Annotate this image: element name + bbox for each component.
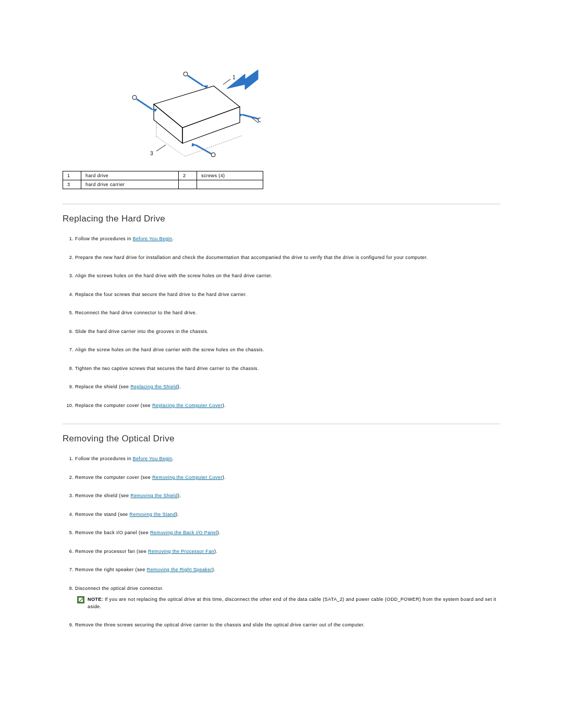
- step: Disconnect the optical drive connector. …: [75, 585, 500, 611]
- link-replacing-the-computer-cover[interactable]: Replacing the Computer Cover: [152, 403, 223, 408]
- direction-arrow-icon: [227, 70, 258, 90]
- step: Follow the procedures in Before You Begi…: [75, 455, 500, 463]
- svg-line-6: [137, 99, 152, 109]
- section-heading-removing-optical-drive: Removing the Optical Drive: [63, 434, 500, 444]
- step: Remove the processor fan (see Removing t…: [75, 548, 500, 556]
- svg-line-14: [156, 145, 166, 151]
- svg-point-7: [132, 95, 137, 100]
- table-cell: [197, 180, 263, 189]
- step: Reconnect the hard drive connector to th…: [75, 310, 500, 317]
- link-removing-the-shield[interactable]: Removing the Shield: [130, 493, 178, 498]
- svg-line-10: [195, 145, 211, 154]
- svg-line-12: [223, 79, 230, 84]
- link-before-you-begin[interactable]: Before You Begin: [133, 456, 173, 461]
- divider: [63, 204, 500, 204]
- table-cell: 3: [63, 180, 81, 189]
- step: Replace the four screws that secure the …: [75, 291, 500, 299]
- step: Tighten the two captive screws that secu…: [75, 365, 500, 373]
- step: Replace the computer cover (see Replacin…: [75, 402, 500, 410]
- step: Remove the computer cover (see Removing …: [75, 474, 500, 482]
- svg-marker-0: [154, 86, 240, 128]
- steps-replacing-hard-drive: Follow the procedures in Before You Begi…: [75, 236, 500, 409]
- link-removing-the-stand[interactable]: Removing the Stand: [129, 512, 176, 517]
- callout-3: 3: [150, 151, 153, 156]
- note-box: NOTE: If you are not replacing the optic…: [77, 596, 500, 610]
- svg-marker-1: [154, 104, 182, 143]
- link-replacing-the-shield[interactable]: Replacing the Shield: [130, 384, 178, 389]
- section-heading-replacing-hard-drive: Replacing the Hard Drive: [63, 214, 500, 224]
- table-cell: 1: [63, 171, 81, 180]
- step: Remove the stand (see Removing the Stand…: [75, 511, 500, 519]
- divider: [63, 424, 500, 424]
- svg-point-11: [211, 153, 215, 157]
- note-icon: [77, 596, 84, 603]
- step: Replace the shield (see Replacing the Sh…: [75, 384, 500, 391]
- link-removing-the-computer-cover[interactable]: Removing the Computer Cover: [152, 475, 223, 480]
- callout-1: 1: [232, 75, 236, 80]
- table-cell: hard drive carrier: [81, 180, 179, 189]
- step: Remove the right speaker (see Removing t…: [75, 566, 500, 574]
- step: Align the screw holes on the hard drive …: [75, 347, 500, 354]
- svg-marker-2: [182, 107, 240, 143]
- link-removing-the-processor-fan[interactable]: Removing the Processor Fan: [148, 549, 214, 554]
- step: Remove the shield (see Removing the Shie…: [75, 492, 500, 500]
- link-removing-the-right-speaker[interactable]: Removing the Right Speaker: [147, 567, 212, 572]
- step: Follow the procedures in Before You Begi…: [75, 236, 500, 243]
- step: Prepare the new hard drive for installat…: [75, 254, 500, 262]
- page: 1 2 3 1 hard drive 2 screws (4) 3 hard d…: [0, 0, 563, 728]
- step: Slide the hard drive carrier into the gr…: [75, 328, 500, 336]
- svg-marker-3: [227, 70, 258, 90]
- svg-line-4: [188, 76, 203, 86]
- diagram-container: 1 2 3: [63, 0, 500, 167]
- svg-point-5: [183, 72, 188, 76]
- link-before-you-begin[interactable]: Before You Begin: [133, 236, 173, 241]
- step: Align the screws holes on the hard drive…: [75, 273, 500, 280]
- callout-table: 1 hard drive 2 screws (4) 3 hard drive c…: [63, 171, 263, 189]
- note-text: NOTE: If you are not replacing the optic…: [88, 596, 500, 610]
- step: Remove the back I/O panel (see Removing …: [75, 529, 500, 537]
- svg-line-8: [242, 115, 258, 119]
- steps-removing-optical-drive: Follow the procedures in Before You Begi…: [75, 455, 500, 629]
- link-removing-the-back-io-panel[interactable]: Removing the Back I/O Panel: [150, 530, 217, 535]
- table-cell: 2: [179, 171, 197, 180]
- table-cell: hard drive: [81, 171, 179, 180]
- hard-drive-diagram: 1 2 3: [104, 63, 261, 167]
- table-cell: [179, 180, 197, 189]
- table-cell: screws (4): [197, 171, 263, 180]
- step: Remove the three screws securing the opt…: [75, 622, 500, 629]
